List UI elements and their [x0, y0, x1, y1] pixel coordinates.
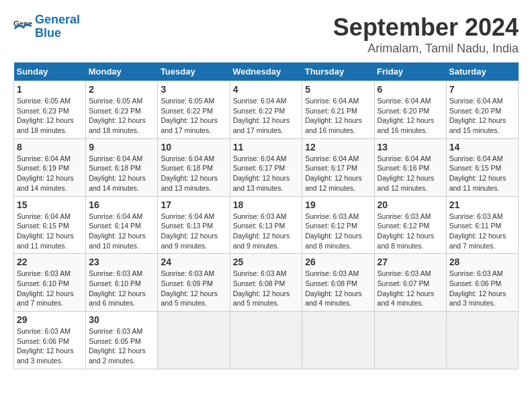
col-tuesday: Tuesday	[158, 62, 230, 81]
day-number: 22	[17, 257, 83, 267]
header: General General Blue September 2024 Arim…	[13, 13, 519, 56]
calendar-cell: 9 Sunrise: 6:04 AMSunset: 6:18 PMDayligh…	[86, 138, 158, 196]
day-info: Sunrise: 6:03 AMSunset: 6:06 PMDaylight:…	[17, 326, 83, 366]
calendar-cell: 11 Sunrise: 6:04 AMSunset: 6:17 PMDaylig…	[230, 138, 302, 196]
day-info: Sunrise: 6:04 AMSunset: 6:20 PMDaylight:…	[378, 96, 443, 136]
day-info: Sunrise: 6:04 AMSunset: 6:15 PMDaylight:…	[449, 154, 515, 193]
calendar-cell: 27 Sunrise: 6:03 AMSunset: 6:07 PMDaylig…	[374, 254, 446, 312]
col-thursday: Thursday	[302, 62, 374, 81]
day-info: Sunrise: 6:03 AMSunset: 6:10 PMDaylight:…	[17, 269, 83, 308]
calendar-cell	[302, 312, 374, 369]
calendar-cell: 19 Sunrise: 6:03 AMSunset: 6:12 PMDaylig…	[302, 196, 374, 254]
calendar-cell: 10 Sunrise: 6:04 AMSunset: 6:18 PMDaylig…	[158, 138, 230, 196]
day-number: 11	[233, 142, 300, 152]
day-number: 21	[449, 199, 515, 210]
logo-text: General Blue	[35, 13, 80, 40]
day-number: 24	[161, 257, 226, 267]
calendar-cell: 13 Sunrise: 6:04 AMSunset: 6:16 PMDaylig…	[374, 138, 446, 196]
calendar-cell	[230, 312, 302, 369]
day-number: 3	[161, 84, 226, 95]
day-number: 18	[233, 199, 300, 210]
day-info: Sunrise: 6:03 AMSunset: 6:10 PMDaylight:…	[89, 269, 154, 308]
calendar-cell: 8 Sunrise: 6:04 AMSunset: 6:19 PMDayligh…	[14, 138, 86, 196]
calendar-cell: 18 Sunrise: 6:03 AMSunset: 6:13 PMDaylig…	[230, 196, 302, 254]
day-info: Sunrise: 6:03 AMSunset: 6:12 PMDaylight:…	[305, 212, 371, 251]
title-area: September 2024 Arimalam, Tamil Nadu, Ind…	[333, 13, 519, 56]
calendar-row: 8 Sunrise: 6:04 AMSunset: 6:19 PMDayligh…	[14, 138, 519, 196]
calendar-cell: 22 Sunrise: 6:03 AMSunset: 6:10 PMDaylig…	[14, 254, 86, 312]
day-number: 9	[89, 142, 154, 152]
day-info: Sunrise: 6:03 AMSunset: 6:05 PMDaylight:…	[89, 326, 154, 366]
day-number: 17	[161, 199, 226, 210]
day-info: Sunrise: 6:04 AMSunset: 6:21 PMDaylight:…	[305, 96, 371, 136]
day-number: 23	[89, 257, 154, 267]
day-info: Sunrise: 6:03 AMSunset: 6:09 PMDaylight:…	[161, 269, 226, 308]
col-sunday: Sunday	[14, 62, 86, 81]
calendar-cell: 20 Sunrise: 6:03 AMSunset: 6:12 PMDaylig…	[374, 196, 446, 254]
calendar-table: Sunday Monday Tuesday Wednesday Thursday…	[13, 62, 519, 369]
day-info: Sunrise: 6:04 AMSunset: 6:18 PMDaylight:…	[161, 154, 226, 193]
day-number: 2	[89, 84, 154, 95]
day-number: 14	[449, 142, 515, 152]
col-saturday: Saturday	[446, 62, 518, 81]
logo-blue: Blue	[35, 26, 61, 40]
day-info: Sunrise: 6:04 AMSunset: 6:13 PMDaylight:…	[161, 212, 226, 251]
calendar-cell: 6 Sunrise: 6:04 AMSunset: 6:20 PMDayligh…	[374, 81, 446, 139]
logo-general: General	[35, 13, 80, 26]
day-number: 4	[233, 84, 300, 95]
day-info: Sunrise: 6:03 AMSunset: 6:06 PMDaylight:…	[449, 269, 515, 308]
calendar-row: 1 Sunrise: 6:05 AMSunset: 6:23 PMDayligh…	[14, 81, 519, 139]
day-number: 25	[233, 257, 300, 267]
calendar-cell: 25 Sunrise: 6:03 AMSunset: 6:08 PMDaylig…	[230, 254, 302, 312]
month-title: September 2024	[333, 13, 519, 42]
calendar-cell: 5 Sunrise: 6:04 AMSunset: 6:21 PMDayligh…	[302, 81, 374, 139]
calendar-cell: 23 Sunrise: 6:03 AMSunset: 6:10 PMDaylig…	[86, 254, 158, 312]
calendar-cell: 2 Sunrise: 6:05 AMSunset: 6:23 PMDayligh…	[86, 81, 158, 139]
day-info: Sunrise: 6:03 AMSunset: 6:08 PMDaylight:…	[233, 269, 300, 308]
calendar-cell: 24 Sunrise: 6:03 AMSunset: 6:09 PMDaylig…	[158, 254, 230, 312]
calendar-cell: 28 Sunrise: 6:03 AMSunset: 6:06 PMDaylig…	[446, 254, 518, 312]
calendar-cell: 17 Sunrise: 6:04 AMSunset: 6:13 PMDaylig…	[158, 196, 230, 254]
calendar-row: 22 Sunrise: 6:03 AMSunset: 6:10 PMDaylig…	[14, 254, 519, 312]
day-info: Sunrise: 6:03 AMSunset: 6:12 PMDaylight:…	[378, 212, 443, 251]
calendar-cell	[374, 312, 446, 369]
day-number: 20	[378, 199, 443, 210]
day-number: 6	[378, 84, 443, 95]
calendar-cell: 21 Sunrise: 6:03 AMSunset: 6:11 PMDaylig…	[446, 196, 518, 254]
day-info: Sunrise: 6:04 AMSunset: 6:18 PMDaylight:…	[89, 154, 154, 193]
day-info: Sunrise: 6:05 AMSunset: 6:22 PMDaylight:…	[161, 96, 226, 136]
calendar-cell: 1 Sunrise: 6:05 AMSunset: 6:23 PMDayligh…	[14, 81, 86, 139]
location-title: Arimalam, Tamil Nadu, India	[333, 42, 519, 56]
day-number: 13	[378, 142, 443, 152]
header-row: Sunday Monday Tuesday Wednesday Thursday…	[14, 62, 519, 81]
calendar-body: 1 Sunrise: 6:05 AMSunset: 6:23 PMDayligh…	[14, 81, 519, 369]
day-info: Sunrise: 6:04 AMSunset: 6:17 PMDaylight:…	[305, 154, 371, 193]
day-number: 15	[17, 199, 83, 210]
logo: General General Blue	[13, 13, 80, 40]
calendar-cell	[446, 312, 518, 369]
day-number: 30	[89, 314, 154, 325]
day-number: 28	[449, 257, 515, 267]
calendar-cell: 16 Sunrise: 6:04 AMSunset: 6:14 PMDaylig…	[86, 196, 158, 254]
day-number: 8	[17, 142, 83, 152]
calendar-cell: 4 Sunrise: 6:04 AMSunset: 6:22 PMDayligh…	[230, 81, 302, 139]
day-info: Sunrise: 6:04 AMSunset: 6:20 PMDaylight:…	[449, 96, 515, 136]
day-info: Sunrise: 6:04 AMSunset: 6:19 PMDaylight:…	[17, 154, 83, 193]
day-number: 7	[449, 84, 515, 95]
calendar-cell: 15 Sunrise: 6:04 AMSunset: 6:15 PMDaylig…	[14, 196, 86, 254]
day-info: Sunrise: 6:03 AMSunset: 6:08 PMDaylight:…	[305, 269, 371, 308]
calendar-row: 15 Sunrise: 6:04 AMSunset: 6:15 PMDaylig…	[14, 196, 519, 254]
calendar-cell: 3 Sunrise: 6:05 AMSunset: 6:22 PMDayligh…	[158, 81, 230, 139]
col-monday: Monday	[86, 62, 158, 81]
day-number: 12	[305, 142, 371, 152]
calendar-cell: 29 Sunrise: 6:03 AMSunset: 6:06 PMDaylig…	[14, 312, 86, 369]
day-info: Sunrise: 6:04 AMSunset: 6:22 PMDaylight:…	[233, 96, 300, 136]
col-friday: Friday	[374, 62, 446, 81]
calendar-cell	[158, 312, 230, 369]
day-info: Sunrise: 6:04 AMSunset: 6:14 PMDaylight:…	[89, 212, 154, 251]
day-info: Sunrise: 6:04 AMSunset: 6:17 PMDaylight:…	[233, 154, 300, 193]
day-number: 5	[305, 84, 371, 95]
day-number: 10	[161, 142, 226, 152]
day-info: Sunrise: 6:03 AMSunset: 6:13 PMDaylight:…	[233, 212, 300, 251]
day-info: Sunrise: 6:04 AMSunset: 6:16 PMDaylight:…	[378, 154, 443, 193]
